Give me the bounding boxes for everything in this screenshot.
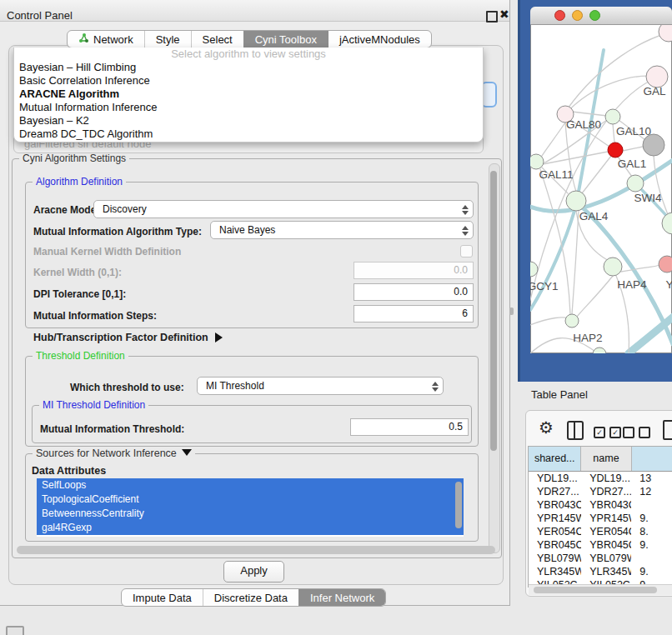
algorithm-option-bayesian-k2[interactable]: Bayesian – K2 — [14, 114, 483, 128]
tab-infer-network[interactable]: Infer Network — [298, 589, 385, 606]
node-topright[interactable] — [659, 25, 672, 42]
network-window-titlebar[interactable] — [530, 7, 672, 25]
tab-select[interactable]: Select — [191, 31, 243, 48]
node-label-swi4: SWI4 — [634, 192, 661, 204]
table-cell: YPR145W — [529, 512, 581, 525]
splitter-handle[interactable] — [509, 308, 514, 315]
mi-type-combo[interactable]: Naive Bayes — [210, 221, 474, 239]
node-rightgreen[interactable] — [662, 212, 672, 234]
network-edge[interactable] — [577, 276, 613, 317]
tab-jactivemnodules[interactable]: jActiveMNodules — [328, 31, 431, 48]
table-cell: 13 — [631, 472, 672, 485]
settings-hscrollbar-thumb[interactable] — [17, 546, 495, 554]
node-hap4[interactable] — [604, 258, 622, 276]
attributes-vscrollbar-thumb[interactable] — [455, 482, 462, 528]
tab-label: Style — [156, 33, 180, 46]
attribute-item-selfloops[interactable]: SelfLoops — [37, 478, 464, 492]
network-edge[interactable] — [621, 265, 660, 272]
tab-style[interactable]: Style — [144, 31, 191, 48]
data-attributes-list[interactable]: SelfLoopsTopologicalCoefficientBetweenne… — [37, 478, 464, 537]
window-close-traffic-icon[interactable] — [554, 10, 565, 21]
algorithm-option-dream8-dc-tdc-algorithm[interactable]: Dream8 DC_TDC Algorithm — [14, 128, 483, 141]
node-hap2[interactable] — [565, 314, 579, 328]
node-gray[interactable] — [643, 134, 664, 156]
network-edge[interactable] — [572, 211, 579, 314]
hub-definition-toggle[interactable]: Hub/Transcription Factor Definition — [33, 332, 223, 343]
network-edge[interactable] — [572, 112, 607, 116]
tab-network[interactable]: Network — [68, 31, 144, 48]
dpi-tolerance-field[interactable]: 0.0 — [354, 283, 474, 301]
network-edge[interactable] — [578, 203, 672, 344]
table-row[interactable]: YDL19...YDL19...13 — [529, 472, 672, 485]
tab-impute-data[interactable]: Impute Data — [122, 589, 203, 606]
table-cell: YBR043C — [529, 498, 581, 512]
algorithm-option-basic-correlation-inference[interactable]: Basic Correlation Inference — [14, 74, 483, 88]
mi-threshold-field[interactable]: 0.5 — [350, 418, 469, 436]
export-table-icon[interactable] — [663, 420, 672, 440]
settings-vscrollbar-thumb[interactable] — [490, 171, 497, 451]
node-gal4[interactable] — [566, 191, 586, 211]
table-cell: YBL079W — [581, 552, 631, 565]
table-row[interactable]: YPR145WYPR145W9. — [529, 512, 672, 525]
attribute-item-gal4rgexp[interactable]: gal4RGexp — [37, 521, 464, 535]
network-edge[interactable] — [540, 122, 565, 158]
collapsed-panel-button[interactable] — [6, 626, 24, 635]
screen: Control Panel ✖ NetworkStyleSelectCyni T… — [0, 0, 672, 635]
settings-vscrollbar-track[interactable] — [489, 163, 500, 553]
algorithm-option-aracne-algorithm[interactable]: ARACNE Algorithm — [14, 88, 483, 101]
table-row[interactable]: YBR043CYBR043C — [529, 498, 672, 512]
node-label-hap2: HAP2 — [573, 332, 602, 344]
column-header-shared[interactable]: shared... — [529, 447, 581, 471]
tab-cyni-toolbox[interactable]: Cyni Toolbox — [243, 31, 328, 48]
table-row[interactable]: YBL079WYBL079W — [529, 552, 672, 565]
select-all-columns-icon[interactable]: ✓ ✓ — [594, 427, 621, 438]
table-hscrollbar-thumb[interactable] — [534, 587, 657, 593]
network-edge[interactable] — [530, 318, 569, 325]
node-bottom[interactable] — [593, 348, 606, 353]
column-layout-icon[interactable] — [567, 421, 584, 440]
tab-discretize-data[interactable]: Discretize Data — [203, 589, 298, 606]
node-swi4[interactable] — [627, 175, 644, 192]
column-header-extra[interactable] — [632, 447, 672, 471]
node-gal1[interactable] — [608, 142, 623, 158]
attribute-item-betweennesscentrality[interactable]: BetweennessCentrality — [37, 507, 464, 521]
deselect-all-columns-icon[interactable] — [623, 427, 650, 438]
network-edge[interactable] — [623, 147, 643, 151]
network-canvas[interactable]: GALGAL80GAL10GAL1GAL11SWI4GAL4GCY1HAP4YH… — [530, 25, 672, 353]
gear-icon[interactable]: ⚙ — [539, 419, 554, 436]
algorithm-dropdown-popup: Select algorithm to view settings Bayesi… — [13, 48, 484, 142]
mi-type-label: Mutual Information Algorithm Type: — [33, 226, 202, 238]
table-hscrollbar-track[interactable] — [529, 584, 672, 595]
network-edge[interactable] — [629, 315, 672, 353]
table-cell: YDR27... — [529, 485, 581, 498]
sources-title[interactable]: Sources for Network Inference — [33, 448, 195, 459]
column-header-name[interactable]: name — [581, 447, 631, 471]
node-table[interactable]: shared...nameYDL19...YDL19...13YDR27...Y… — [528, 446, 672, 588]
node-gal10[interactable] — [605, 109, 620, 124]
mi-steps-field[interactable]: 6 — [354, 305, 474, 322]
close-icon[interactable]: ✖ — [499, 8, 509, 21]
table-row[interactable]: YLR345WYLR345W9. — [529, 565, 672, 578]
apply-button[interactable]: Apply — [223, 561, 284, 582]
float-window-icon[interactable] — [486, 11, 498, 22]
aracne-mode-combo[interactable]: Discovery — [93, 200, 474, 218]
table-row[interactable]: YDR27...YDR27...12 — [529, 485, 672, 498]
mi-steps-label: Mutual Information Steps: — [33, 310, 157, 322]
network-edge[interactable] — [613, 124, 614, 142]
network-edge[interactable] — [530, 202, 577, 310]
manual-kernel-checkbox[interactable] — [460, 245, 473, 258]
table-cell: 8. — [631, 525, 672, 538]
algorithm-option-bayesian-hill-climbing[interactable]: Bayesian – Hill Climbing — [14, 61, 483, 74]
table-row[interactable]: YBR045CYBR045C9. — [529, 538, 672, 552]
control-panel-titlebar[interactable] — [0, 0, 509, 22]
node-y[interactable] — [659, 256, 672, 272]
attribute-item-topologicalcoefficient[interactable]: TopologicalCoefficient — [37, 492, 464, 507]
window-minimize-traffic-icon[interactable] — [572, 10, 583, 21]
which-threshold-combo[interactable]: MI Threshold — [197, 377, 444, 395]
window-zoom-traffic-icon[interactable] — [589, 10, 600, 21]
node-gal11[interactable] — [530, 154, 544, 169]
algorithm-option-mutual-information-inference[interactable]: Mutual Information Inference — [14, 101, 483, 114]
network-edge[interactable] — [582, 156, 611, 193]
table-row[interactable]: YER054CYER054C8. — [529, 525, 672, 538]
table-cell — [631, 498, 672, 512]
